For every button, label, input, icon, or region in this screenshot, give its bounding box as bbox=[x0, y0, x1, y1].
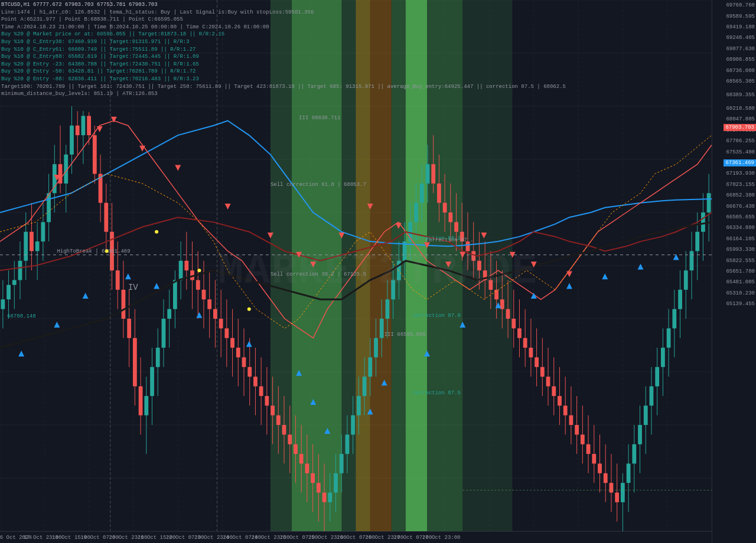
price-label: 67193.930 bbox=[726, 171, 755, 176]
price-label: 67535.480 bbox=[726, 149, 755, 155]
price-label: 65822.555 bbox=[726, 258, 755, 264]
price-label: 66505.655 bbox=[726, 214, 755, 220]
price-label: 65310.230 bbox=[726, 290, 755, 296]
price-label: 65651.780 bbox=[726, 269, 755, 274]
time-axis: 16 Oct 202417 Oct 23:0018 Oct 15:0019 Oc… bbox=[0, 531, 712, 543]
price-label: 68906.855 bbox=[726, 57, 755, 63]
price-label: 66164.105 bbox=[726, 236, 755, 242]
price-label: 67361.469 bbox=[724, 159, 756, 166]
chart-container: MARKET2TRADE BTCUSD,H1 67777.672 67903.7… bbox=[0, 0, 756, 543]
current-price-label: 67903.703 bbox=[724, 124, 756, 131]
price-label: 67023.155 bbox=[726, 182, 755, 188]
price-label: 66676.430 bbox=[726, 204, 755, 210]
price-label: 69419.180 bbox=[726, 24, 755, 30]
price-label: 69760.760 bbox=[726, 2, 755, 8]
price-label: 68218.580 bbox=[726, 106, 755, 112]
price-label: 68389.355 bbox=[726, 92, 755, 98]
price-label: 67706.255 bbox=[726, 138, 755, 144]
price-label: 65993.330 bbox=[726, 247, 755, 253]
price-label: 69077.630 bbox=[726, 46, 755, 52]
price-label: 68047.805 bbox=[726, 116, 755, 122]
price-label: 66334.880 bbox=[726, 225, 755, 231]
price-label: 66852.380 bbox=[726, 192, 755, 198]
price-label: 65139.455 bbox=[726, 301, 755, 307]
price-label: 68565.305 bbox=[726, 78, 755, 84]
price-label: 65481.005 bbox=[726, 279, 755, 285]
price-label: 69248.405 bbox=[726, 35, 755, 41]
watermark: MARKET2TRADE bbox=[218, 247, 538, 296]
price-label: 68736.080 bbox=[726, 68, 755, 74]
price-label: 69589.595 bbox=[726, 14, 755, 19]
time-label: 27 Oct 23:00 bbox=[422, 535, 461, 541]
price-axis: 69760.76069589.59569419.18069248.4056907… bbox=[712, 0, 756, 543]
